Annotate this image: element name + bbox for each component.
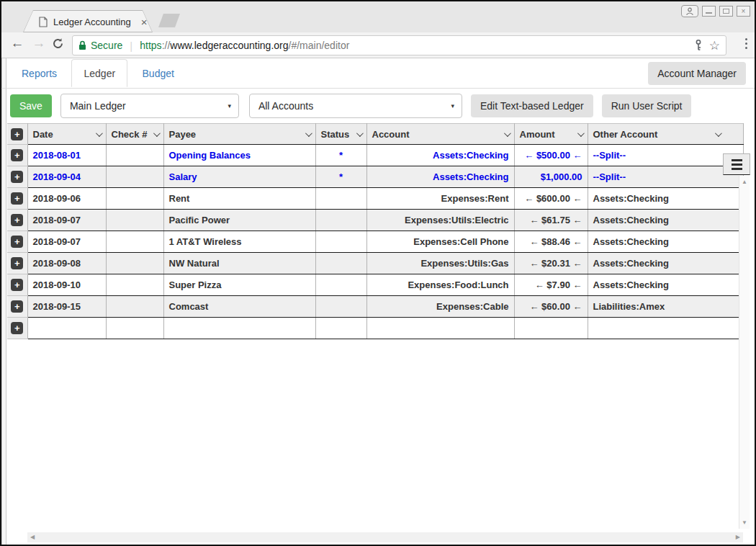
- minimize-button[interactable]: [702, 6, 716, 17]
- cell-other_account[interactable]: Liabilities:Amex: [588, 296, 743, 318]
- cell-amount[interactable]: ← $61.75 ←: [514, 210, 588, 231]
- cell-date[interactable]: [27, 318, 106, 339]
- cell-status[interactable]: [315, 210, 366, 231]
- add-row-button[interactable]: +: [11, 214, 23, 226]
- reload-icon[interactable]: [52, 37, 69, 50]
- column-header-date[interactable]: Date: [27, 124, 106, 145]
- cell-payee[interactable]: Super Pizza: [163, 274, 315, 296]
- cell-check[interactable]: [106, 253, 163, 274]
- cell-check[interactable]: [106, 231, 163, 253]
- cell-account[interactable]: Assets:Checking: [366, 145, 514, 166]
- column-header-other_account[interactable]: Other Account: [588, 124, 743, 145]
- cell-amount[interactable]: ← $500.00 ←: [514, 145, 588, 166]
- cell-check[interactable]: [106, 274, 163, 296]
- cell-payee[interactable]: NW Natural: [163, 253, 315, 274]
- cell-account[interactable]: Expenses:Food:Lunch: [366, 274, 514, 296]
- cell-amount[interactable]: ← $7.90 ←: [514, 274, 588, 296]
- column-header-status[interactable]: Status: [315, 124, 366, 145]
- url-bar[interactable]: Secure | https://www.ledgeraccounting.or…: [72, 35, 726, 55]
- scroll-down-icon[interactable]: ▼: [742, 519, 747, 526]
- bookmark-star-icon[interactable]: ☆: [709, 38, 720, 53]
- add-row-button[interactable]: +: [11, 322, 23, 334]
- tab-ledger[interactable]: Ledger: [71, 59, 127, 87]
- add-row-button[interactable]: +: [11, 171, 23, 183]
- cell-amount[interactable]: [514, 318, 588, 339]
- cell-other_account[interactable]: --Split--: [588, 145, 743, 166]
- tab-close-icon[interactable]: ×: [141, 17, 148, 27]
- cell-date[interactable]: 2018-09-06: [27, 188, 106, 210]
- account-manager-button[interactable]: Account Manager: [648, 62, 746, 85]
- ledger-select[interactable]: Main Ledger ▾: [60, 94, 239, 118]
- cell-payee[interactable]: [163, 318, 315, 339]
- cell-status[interactable]: [315, 318, 366, 339]
- add-row-button[interactable]: +: [11, 236, 23, 248]
- cell-account[interactable]: Expenses:Cable: [366, 296, 514, 318]
- cell-check[interactable]: [106, 296, 163, 318]
- cell-amount[interactable]: ← $60.00 ←: [514, 296, 588, 318]
- cell-check[interactable]: [106, 166, 163, 188]
- cell-account[interactable]: Assets:Checking: [366, 166, 514, 188]
- tab-reports[interactable]: Reports: [10, 60, 68, 86]
- cell-account[interactable]: Expenses:Rent: [366, 188, 514, 210]
- column-header-payee[interactable]: Payee: [163, 124, 315, 145]
- run-user-script-button[interactable]: Run User Script: [602, 94, 692, 117]
- cell-payee[interactable]: Opening Balances: [163, 145, 315, 166]
- cell-account[interactable]: Expenses:Utils:Electric: [366, 210, 514, 231]
- cell-other_account[interactable]: [588, 318, 743, 339]
- cell-date[interactable]: 2018-09-07: [27, 231, 106, 253]
- horizontal-scrollbar[interactable]: ◀ ▶: [27, 532, 743, 542]
- cell-amount[interactable]: ← $20.31 ←: [514, 253, 588, 274]
- cell-date[interactable]: 2018-09-15: [27, 296, 106, 318]
- maximize-button[interactable]: [719, 6, 733, 17]
- cell-amount[interactable]: ← $88.46 ←: [514, 231, 588, 253]
- cell-account[interactable]: Expenses:Cell Phone: [366, 231, 514, 253]
- vertical-scrollbar[interactable]: ▲ ▼: [739, 176, 750, 529]
- browser-menu-icon[interactable]: [745, 38, 747, 49]
- add-row-button[interactable]: +: [11, 149, 23, 161]
- add-row-button[interactable]: +: [11, 257, 23, 269]
- cell-other_account[interactable]: Assets:Checking: [588, 274, 743, 296]
- add-row-button[interactable]: +: [11, 279, 23, 291]
- cell-status[interactable]: *: [315, 166, 366, 188]
- cell-check[interactable]: [106, 188, 163, 210]
- edit-text-ledger-button[interactable]: Edit Text-based Ledger: [471, 94, 593, 117]
- key-icon[interactable]: [695, 40, 702, 51]
- new-tab-button[interactable]: [158, 14, 180, 27]
- cell-status[interactable]: [315, 231, 366, 253]
- add-row-button[interactable]: +: [11, 192, 23, 205]
- cell-payee[interactable]: Comcast: [163, 296, 315, 318]
- scroll-left-icon[interactable]: ◀: [30, 534, 35, 540]
- cell-payee[interactable]: 1 AT&T Wireless: [163, 231, 315, 253]
- cell-check[interactable]: [106, 318, 163, 339]
- cell-date[interactable]: 2018-09-08: [27, 253, 106, 274]
- cell-payee[interactable]: Rent: [163, 188, 315, 210]
- cell-amount[interactable]: $1,000.00: [514, 166, 588, 188]
- cell-date[interactable]: 2018-09-07: [27, 210, 106, 231]
- cell-amount[interactable]: ← $600.00 ←: [514, 188, 588, 210]
- save-button[interactable]: Save: [10, 94, 52, 117]
- cell-account[interactable]: Expenses:Utils:Gas: [366, 253, 514, 274]
- forward-icon[interactable]: →: [30, 35, 48, 51]
- cell-status[interactable]: [315, 296, 366, 318]
- back-icon[interactable]: ←: [9, 35, 26, 51]
- cell-payee[interactable]: Salary: [163, 166, 315, 188]
- cell-status[interactable]: [315, 253, 366, 274]
- add-row-button[interactable]: +: [11, 300, 23, 313]
- tab-budget[interactable]: Budget: [131, 60, 186, 86]
- scroll-right-icon[interactable]: ▶: [736, 534, 740, 540]
- cell-payee[interactable]: Pacific Power: [163, 210, 315, 231]
- profile-icon[interactable]: [681, 5, 698, 17]
- cell-other_account[interactable]: Assets:Checking: [588, 231, 743, 253]
- cell-other_account[interactable]: Assets:Checking: [588, 210, 743, 231]
- add-row-button[interactable]: +: [11, 128, 23, 140]
- accounts-select[interactable]: All Accounts ▾: [249, 94, 462, 118]
- close-button[interactable]: ×: [737, 6, 750, 17]
- cell-status[interactable]: [315, 188, 366, 210]
- cell-other_account[interactable]: --Split--: [588, 166, 743, 188]
- table-menu-button[interactable]: [723, 153, 750, 175]
- cell-other_account[interactable]: Assets:Checking: [588, 188, 743, 210]
- scroll-up-icon[interactable]: ▲: [742, 179, 747, 185]
- column-header-amount[interactable]: Amount: [514, 124, 588, 145]
- cell-status[interactable]: [315, 274, 366, 296]
- cell-status[interactable]: *: [315, 145, 366, 166]
